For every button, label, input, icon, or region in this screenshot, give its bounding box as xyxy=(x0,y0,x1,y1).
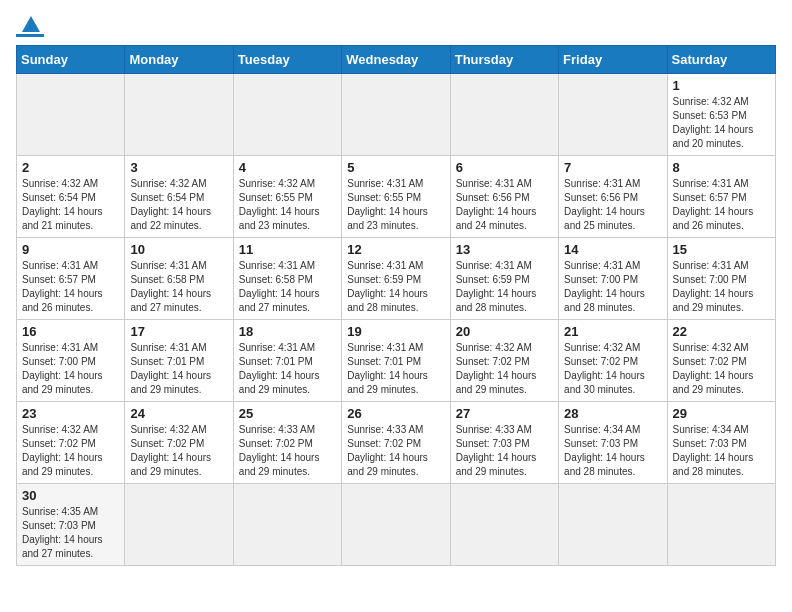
day-number: 8 xyxy=(673,160,770,175)
calendar-week-row: 16Sunrise: 4:31 AM Sunset: 7:00 PM Dayli… xyxy=(17,320,776,402)
day-info: Sunrise: 4:32 AM Sunset: 6:55 PM Dayligh… xyxy=(239,177,336,233)
day-info: Sunrise: 4:31 AM Sunset: 6:55 PM Dayligh… xyxy=(347,177,444,233)
day-number: 2 xyxy=(22,160,119,175)
calendar-day-cell: 7Sunrise: 4:31 AM Sunset: 6:56 PM Daylig… xyxy=(559,156,667,238)
calendar-day-cell: 21Sunrise: 4:32 AM Sunset: 7:02 PM Dayli… xyxy=(559,320,667,402)
day-number: 30 xyxy=(22,488,119,503)
logo xyxy=(16,16,44,37)
day-number: 4 xyxy=(239,160,336,175)
calendar-day-cell: 20Sunrise: 4:32 AM Sunset: 7:02 PM Dayli… xyxy=(450,320,558,402)
calendar-day-cell: 23Sunrise: 4:32 AM Sunset: 7:02 PM Dayli… xyxy=(17,402,125,484)
calendar-day-cell: 1Sunrise: 4:32 AM Sunset: 6:53 PM Daylig… xyxy=(667,74,775,156)
day-info: Sunrise: 4:32 AM Sunset: 7:02 PM Dayligh… xyxy=(130,423,227,479)
day-number: 19 xyxy=(347,324,444,339)
day-info: Sunrise: 4:33 AM Sunset: 7:03 PM Dayligh… xyxy=(456,423,553,479)
weekday-header-tuesday: Tuesday xyxy=(233,46,341,74)
day-number: 7 xyxy=(564,160,661,175)
weekday-header-friday: Friday xyxy=(559,46,667,74)
calendar-day-cell xyxy=(342,484,450,566)
day-info: Sunrise: 4:33 AM Sunset: 7:02 PM Dayligh… xyxy=(239,423,336,479)
day-info: Sunrise: 4:35 AM Sunset: 7:03 PM Dayligh… xyxy=(22,505,119,561)
calendar-day-cell: 13Sunrise: 4:31 AM Sunset: 6:59 PM Dayli… xyxy=(450,238,558,320)
day-number: 26 xyxy=(347,406,444,421)
calendar-day-cell: 3Sunrise: 4:32 AM Sunset: 6:54 PM Daylig… xyxy=(125,156,233,238)
calendar-day-cell: 17Sunrise: 4:31 AM Sunset: 7:01 PM Dayli… xyxy=(125,320,233,402)
weekday-header-saturday: Saturday xyxy=(667,46,775,74)
day-number: 9 xyxy=(22,242,119,257)
calendar-day-cell: 26Sunrise: 4:33 AM Sunset: 7:02 PM Dayli… xyxy=(342,402,450,484)
day-info: Sunrise: 4:34 AM Sunset: 7:03 PM Dayligh… xyxy=(673,423,770,479)
calendar-week-row: 2Sunrise: 4:32 AM Sunset: 6:54 PM Daylig… xyxy=(17,156,776,238)
day-number: 10 xyxy=(130,242,227,257)
day-number: 15 xyxy=(673,242,770,257)
day-number: 29 xyxy=(673,406,770,421)
calendar-day-cell xyxy=(450,484,558,566)
calendar-day-cell: 22Sunrise: 4:32 AM Sunset: 7:02 PM Dayli… xyxy=(667,320,775,402)
day-number: 13 xyxy=(456,242,553,257)
calendar-day-cell: 29Sunrise: 4:34 AM Sunset: 7:03 PM Dayli… xyxy=(667,402,775,484)
weekday-header-wednesday: Wednesday xyxy=(342,46,450,74)
calendar-day-cell xyxy=(233,484,341,566)
calendar-day-cell: 4Sunrise: 4:32 AM Sunset: 6:55 PM Daylig… xyxy=(233,156,341,238)
calendar-day-cell: 19Sunrise: 4:31 AM Sunset: 7:01 PM Dayli… xyxy=(342,320,450,402)
day-number: 12 xyxy=(347,242,444,257)
weekday-header-thursday: Thursday xyxy=(450,46,558,74)
calendar-week-row: 23Sunrise: 4:32 AM Sunset: 7:02 PM Dayli… xyxy=(17,402,776,484)
calendar-day-cell: 14Sunrise: 4:31 AM Sunset: 7:00 PM Dayli… xyxy=(559,238,667,320)
day-info: Sunrise: 4:31 AM Sunset: 6:58 PM Dayligh… xyxy=(239,259,336,315)
day-info: Sunrise: 4:32 AM Sunset: 7:02 PM Dayligh… xyxy=(673,341,770,397)
calendar-day-cell: 10Sunrise: 4:31 AM Sunset: 6:58 PM Dayli… xyxy=(125,238,233,320)
calendar-week-row: 9Sunrise: 4:31 AM Sunset: 6:57 PM Daylig… xyxy=(17,238,776,320)
calendar-week-row: 30Sunrise: 4:35 AM Sunset: 7:03 PM Dayli… xyxy=(17,484,776,566)
calendar-day-cell xyxy=(17,74,125,156)
calendar-table: SundayMondayTuesdayWednesdayThursdayFrid… xyxy=(16,45,776,566)
day-info: Sunrise: 4:31 AM Sunset: 7:00 PM Dayligh… xyxy=(22,341,119,397)
day-info: Sunrise: 4:31 AM Sunset: 6:57 PM Dayligh… xyxy=(22,259,119,315)
day-info: Sunrise: 4:32 AM Sunset: 7:02 PM Dayligh… xyxy=(564,341,661,397)
day-number: 21 xyxy=(564,324,661,339)
day-number: 11 xyxy=(239,242,336,257)
day-number: 17 xyxy=(130,324,227,339)
calendar-day-cell xyxy=(233,74,341,156)
logo-underline xyxy=(16,34,44,37)
calendar-day-cell: 9Sunrise: 4:31 AM Sunset: 6:57 PM Daylig… xyxy=(17,238,125,320)
calendar-week-row: 1Sunrise: 4:32 AM Sunset: 6:53 PM Daylig… xyxy=(17,74,776,156)
calendar-day-cell: 2Sunrise: 4:32 AM Sunset: 6:54 PM Daylig… xyxy=(17,156,125,238)
day-number: 18 xyxy=(239,324,336,339)
day-info: Sunrise: 4:31 AM Sunset: 6:56 PM Dayligh… xyxy=(564,177,661,233)
day-number: 28 xyxy=(564,406,661,421)
calendar-day-cell: 28Sunrise: 4:34 AM Sunset: 7:03 PM Dayli… xyxy=(559,402,667,484)
day-info: Sunrise: 4:31 AM Sunset: 7:00 PM Dayligh… xyxy=(673,259,770,315)
header xyxy=(16,16,776,37)
calendar-day-cell: 6Sunrise: 4:31 AM Sunset: 6:56 PM Daylig… xyxy=(450,156,558,238)
calendar-day-cell xyxy=(559,484,667,566)
day-number: 20 xyxy=(456,324,553,339)
calendar-day-cell xyxy=(450,74,558,156)
day-info: Sunrise: 4:31 AM Sunset: 6:57 PM Dayligh… xyxy=(673,177,770,233)
day-number: 16 xyxy=(22,324,119,339)
day-info: Sunrise: 4:32 AM Sunset: 6:53 PM Dayligh… xyxy=(673,95,770,151)
day-number: 23 xyxy=(22,406,119,421)
calendar-day-cell: 5Sunrise: 4:31 AM Sunset: 6:55 PM Daylig… xyxy=(342,156,450,238)
calendar-day-cell: 24Sunrise: 4:32 AM Sunset: 7:02 PM Dayli… xyxy=(125,402,233,484)
day-info: Sunrise: 4:32 AM Sunset: 7:02 PM Dayligh… xyxy=(22,423,119,479)
calendar-day-cell xyxy=(342,74,450,156)
calendar-day-cell xyxy=(559,74,667,156)
calendar-day-cell: 12Sunrise: 4:31 AM Sunset: 6:59 PM Dayli… xyxy=(342,238,450,320)
calendar-day-cell: 11Sunrise: 4:31 AM Sunset: 6:58 PM Dayli… xyxy=(233,238,341,320)
calendar-day-cell: 18Sunrise: 4:31 AM Sunset: 7:01 PM Dayli… xyxy=(233,320,341,402)
day-number: 22 xyxy=(673,324,770,339)
day-number: 14 xyxy=(564,242,661,257)
day-info: Sunrise: 4:32 AM Sunset: 6:54 PM Dayligh… xyxy=(22,177,119,233)
day-info: Sunrise: 4:31 AM Sunset: 6:56 PM Dayligh… xyxy=(456,177,553,233)
day-number: 24 xyxy=(130,406,227,421)
calendar-day-cell xyxy=(667,484,775,566)
calendar-day-cell: 30Sunrise: 4:35 AM Sunset: 7:03 PM Dayli… xyxy=(17,484,125,566)
calendar-day-cell: 16Sunrise: 4:31 AM Sunset: 7:00 PM Dayli… xyxy=(17,320,125,402)
day-info: Sunrise: 4:33 AM Sunset: 7:02 PM Dayligh… xyxy=(347,423,444,479)
day-number: 1 xyxy=(673,78,770,93)
day-number: 5 xyxy=(347,160,444,175)
day-info: Sunrise: 4:31 AM Sunset: 6:59 PM Dayligh… xyxy=(347,259,444,315)
logo-triangle-icon xyxy=(22,16,40,32)
day-number: 25 xyxy=(239,406,336,421)
